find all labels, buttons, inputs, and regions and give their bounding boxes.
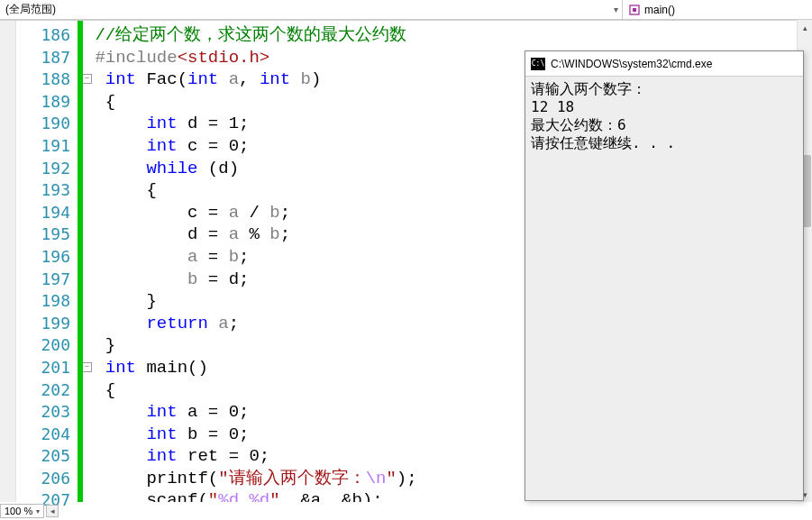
function-label: main()	[644, 4, 675, 16]
console-line: 最大公约数：6	[531, 116, 798, 134]
function-dropdown[interactable]: main()	[623, 0, 812, 19]
line-number: 194	[16, 202, 70, 224]
line-number: 200	[16, 334, 70, 357]
scroll-left-button[interactable]: ◂	[46, 505, 59, 517]
line-number: 192	[16, 158, 70, 180]
line-number: 187	[16, 47, 70, 69]
line-number: 199	[16, 313, 70, 335]
line-number: 191	[16, 135, 70, 158]
scope-label: (全局范围)	[5, 2, 56, 17]
line-number: 190	[16, 113, 70, 135]
scope-dropdown[interactable]: (全局范围) ▾	[0, 0, 623, 19]
console-line: 请按任意键继续. . .	[531, 134, 798, 152]
zoom-value: 100 %	[5, 506, 32, 516]
scroll-up-icon[interactable]: ▴	[798, 20, 812, 35]
line-number: 206	[16, 468, 70, 490]
line-number-gutter: 1861871881891901911921931941951961971981…	[16, 21, 78, 502]
line-number: 193	[16, 179, 70, 202]
cmd-icon: C:\	[531, 58, 545, 70]
line-number: 201	[16, 357, 70, 379]
line-number: 198	[16, 290, 70, 313]
code-line[interactable]: //给定两个数，求这两个数的最大公约数	[85, 24, 812, 47]
navigation-toolbar: (全局范围) ▾ main()	[0, 0, 812, 20]
console-window[interactable]: C:\ C:\WINDOWS\system32\cmd.exe 请输入两个数字：…	[525, 50, 804, 501]
chevron-down-icon: ▾	[614, 5, 618, 14]
svg-rect-1	[633, 8, 636, 12]
console-titlebar[interactable]: C:\ C:\WINDOWS\system32\cmd.exe	[525, 51, 803, 77]
console-line: 12 18	[531, 98, 798, 116]
method-icon	[628, 4, 641, 16]
console-line: 请输入两个数字：	[531, 80, 798, 98]
fold-toggle[interactable]: −	[83, 362, 92, 372]
line-number: 204	[16, 424, 70, 446]
console-title-text: C:\WINDOWS\system32\cmd.exe	[551, 58, 712, 70]
line-number: 186	[16, 24, 70, 47]
line-number: 202	[16, 379, 70, 402]
line-number: 197	[16, 269, 70, 291]
line-number: 188	[16, 68, 70, 91]
zoom-dropdown[interactable]: 100 % ▾	[0, 504, 44, 518]
line-number: 195	[16, 224, 70, 246]
line-number: 205	[16, 445, 70, 468]
breakpoint-margin[interactable]	[0, 21, 16, 502]
chevron-down-icon: ▾	[36, 507, 40, 515]
status-bar: 100 % ▾ ◂	[0, 502, 59, 520]
line-number: 196	[16, 246, 70, 269]
console-output: 请输入两个数字：12 18最大公约数：6请按任意键继续. . .	[525, 77, 803, 156]
fold-toggle[interactable]: −	[83, 74, 92, 84]
line-number: 189	[16, 91, 70, 114]
line-number: 203	[16, 401, 70, 424]
